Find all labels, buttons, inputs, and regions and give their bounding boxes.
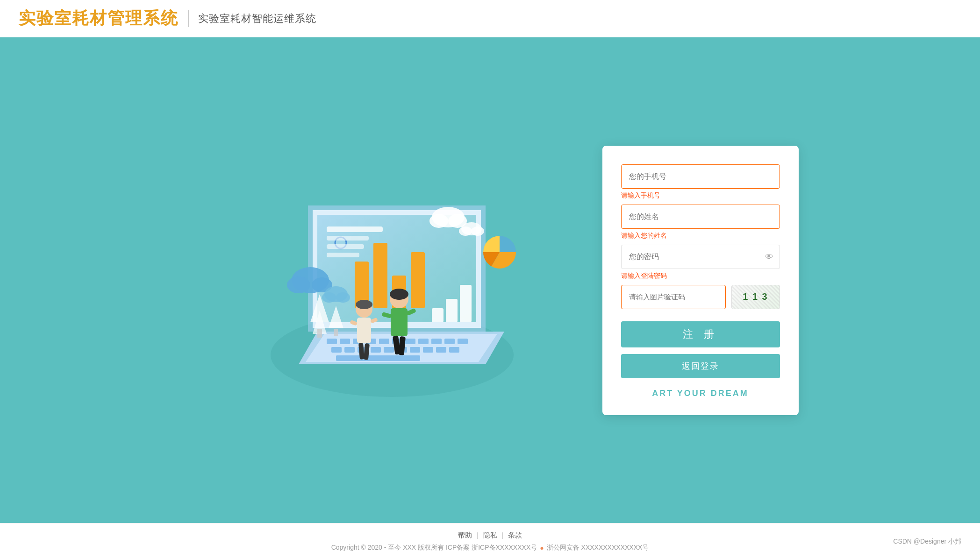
phone-input[interactable] xyxy=(621,164,780,189)
footer-sep2: | xyxy=(502,531,504,540)
tagline: ART YOUR DREAM xyxy=(621,389,780,398)
svg-point-44 xyxy=(459,226,472,236)
header-subtitle: 实验室耗材智能运维系统 xyxy=(198,12,316,26)
footer-links: 帮助 | 隐私 | 条款 xyxy=(458,531,522,540)
register-button[interactable]: 注 册 xyxy=(621,321,780,347)
svg-rect-21 xyxy=(423,347,433,353)
eye-icon[interactable]: 👁 xyxy=(765,252,773,262)
svg-rect-69 xyxy=(317,329,322,338)
main-area: 请输入手机号 请输入您的姓名 👁 请输入登陆密码 1 1 3 注 册 xyxy=(0,37,980,523)
svg-rect-24 xyxy=(336,355,420,361)
name-input-wrapper xyxy=(621,205,780,229)
footer-help-link[interactable]: 帮助 xyxy=(458,531,472,540)
name-error: 请输入您的姓名 xyxy=(621,232,780,240)
captcha-image[interactable]: 1 1 3 xyxy=(731,285,780,309)
svg-point-50 xyxy=(322,292,336,303)
svg-rect-71 xyxy=(334,329,338,336)
svg-rect-18 xyxy=(384,347,394,353)
svg-rect-9 xyxy=(405,339,415,344)
svg-rect-33 xyxy=(327,226,383,232)
svg-rect-4 xyxy=(340,339,350,344)
footer: 帮助 | 隐私 | 条款 Copyright © 2020 - 至今 XXX 版… xyxy=(0,523,980,559)
password-input-wrapper: 👁 xyxy=(621,245,780,269)
footer-copyright: Copyright © 2020 - 至今 XXX 版权所有 ICP备案 浙IC… xyxy=(331,544,649,552)
back-login-button[interactable]: 返回登录 xyxy=(621,354,780,378)
svg-rect-17 xyxy=(371,347,381,353)
svg-rect-38 xyxy=(460,285,472,322)
svg-rect-15 xyxy=(344,347,355,353)
svg-rect-22 xyxy=(436,347,446,353)
svg-rect-31 xyxy=(411,252,425,308)
phone-input-wrapper xyxy=(621,164,780,189)
svg-rect-29 xyxy=(373,243,387,308)
header: 实验室耗材管理系统 实验室耗材智能运维系统 xyxy=(0,0,980,37)
svg-rect-60 xyxy=(391,308,408,336)
password-error: 请输入登陆密码 xyxy=(621,272,780,280)
illustration-area xyxy=(182,149,602,411)
svg-rect-34 xyxy=(327,236,369,241)
svg-rect-14 xyxy=(331,347,342,353)
svg-point-51 xyxy=(336,292,350,303)
footer-copyright-text: Copyright © 2020 - 至今 XXX 版权所有 ICP备案 浙IC… xyxy=(331,544,537,552)
footer-privacy-link[interactable]: 隐私 xyxy=(483,531,497,540)
svg-rect-7 xyxy=(379,339,389,344)
svg-rect-3 xyxy=(327,339,337,344)
logo-text: 实验室耗材管理系统 xyxy=(19,7,179,30)
header-divider xyxy=(188,10,189,27)
password-group: 👁 请输入登陆密码 xyxy=(621,245,780,280)
svg-rect-11 xyxy=(431,339,442,344)
captcha-input[interactable] xyxy=(621,285,726,309)
svg-point-47 xyxy=(287,276,310,293)
footer-terms-link[interactable]: 条款 xyxy=(508,531,522,540)
svg-point-41 xyxy=(429,214,448,228)
name-group: 请输入您的姓名 xyxy=(621,205,780,240)
svg-rect-53 xyxy=(357,318,371,343)
laptop-illustration xyxy=(233,149,551,411)
footer-record-text: 浙公网安备 XXXXXXXXXXXXXX号 xyxy=(547,544,649,552)
svg-rect-10 xyxy=(418,339,429,344)
captcha-row: 1 1 3 xyxy=(621,285,780,309)
svg-rect-23 xyxy=(449,347,459,353)
phone-group: 请输入手机号 xyxy=(621,164,780,200)
footer-designer: CSDN @Designer 小邦 xyxy=(893,538,961,546)
password-input[interactable] xyxy=(621,245,780,269)
svg-rect-39 xyxy=(432,308,444,322)
svg-rect-37 xyxy=(446,299,458,322)
phone-error: 请输入手机号 xyxy=(621,191,780,200)
svg-point-62 xyxy=(390,289,408,300)
footer-record-icon: ● xyxy=(540,544,544,552)
form-card: 请输入手机号 请输入您的姓名 👁 请输入登陆密码 1 1 3 注 册 xyxy=(602,146,799,415)
captcha-text: 1 1 3 xyxy=(743,291,768,302)
name-input[interactable] xyxy=(621,205,780,229)
svg-point-55 xyxy=(356,300,372,309)
footer-sep1: | xyxy=(477,531,479,540)
svg-rect-20 xyxy=(410,347,420,353)
svg-rect-35 xyxy=(327,244,364,249)
svg-rect-13 xyxy=(458,339,468,344)
svg-point-45 xyxy=(471,226,484,236)
svg-rect-36 xyxy=(327,253,359,257)
svg-rect-12 xyxy=(444,339,455,344)
